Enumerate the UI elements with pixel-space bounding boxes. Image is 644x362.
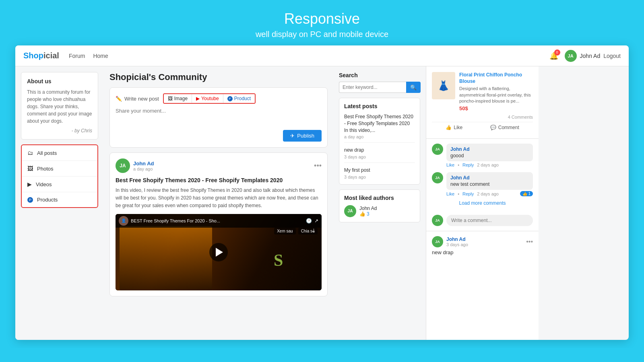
video-watch-later[interactable]: Xem sau: [274, 228, 295, 234]
latest-post-time-0: a day ago: [344, 134, 415, 139]
most-liked-title: Most liked authors: [344, 195, 415, 201]
video-title-text: BEST Free Shopify Themes For 2020 - Sho.…: [131, 218, 303, 223]
sidebar-item-label-photos: Photos: [37, 166, 53, 172]
most-liked-avatar: JA: [344, 205, 356, 217]
product-name[interactable]: Floral Print Chiffon Poncho Blouse: [459, 72, 533, 84]
comment-like-1[interactable]: Like: [446, 191, 454, 196]
comment-input-avatar: JA: [432, 215, 443, 226]
latest-post-title-0: Best Free Shopify Themes 2020 - Free Sho…: [344, 113, 415, 134]
photo-icon: 🖼: [27, 165, 33, 172]
comment-button[interactable]: 💬 Comment: [490, 125, 519, 130]
post-time: a day ago: [133, 167, 154, 171]
like-icon: 👍: [446, 125, 452, 130]
load-more-comments[interactable]: Load more comments: [432, 200, 533, 206]
nav-bar: Shopicial Forum Home 🔔 0 JA John Ad Logo…: [15, 45, 629, 66]
most-liked-name: John Ad: [359, 206, 377, 211]
product-desc: Designed with a flattering, asymmetrical…: [459, 86, 533, 104]
comment-item-1: JA John Ad new test comment Like • Reply…: [432, 172, 533, 196]
comment-text-0: goood: [450, 153, 529, 158]
page-header: Responsive well display on PC and mobile…: [0, 0, 644, 45]
write-new-post[interactable]: ✏️ Write new post: [116, 96, 159, 102]
video-share-btn[interactable]: Chia sẻ: [298, 228, 318, 234]
sidebar-item-photos[interactable]: 🖼 Photos: [22, 161, 97, 177]
most-liked-item: JA John Ad 👍 3: [344, 205, 415, 217]
comments-section: JA John Ad goood Like • Reply 2 days ago: [426, 139, 539, 215]
latest-post-item-0[interactable]: Best Free Shopify Themes 2020 - Free Sho…: [344, 113, 415, 143]
publish-button[interactable]: ✈ Publish: [283, 130, 322, 142]
right-column: Search 🔍 Latest posts Best Free Shopify …: [333, 66, 426, 340]
search-input[interactable]: [339, 82, 406, 93]
comment-avatar-0: JA: [432, 144, 443, 155]
nav-home[interactable]: Home: [93, 53, 108, 59]
comment-like-0[interactable]: Like: [446, 162, 454, 167]
post-header: JA John Ad a day ago •••: [116, 158, 322, 173]
about-us-text: This is a community forum for people who…: [27, 88, 92, 125]
nav-forum[interactable]: Forum: [69, 53, 85, 59]
logout-link[interactable]: Logout: [603, 53, 621, 59]
latest-post-time-1: 3 days ago: [344, 154, 415, 159]
comment-reply-1[interactable]: Reply: [462, 191, 474, 196]
search-section: Search 🔍: [339, 72, 420, 93]
tab-image-label: Image: [174, 96, 188, 101]
video-thumbnail[interactable]: 👤 BEST Free Shopify Themes For 2020 - Sh…: [116, 214, 322, 290]
sidebar-item-products[interactable]: P Products: [22, 192, 97, 207]
product-nav-icon: P: [27, 197, 33, 203]
brand-logo: Shopicial: [23, 51, 59, 60]
sidebar-item-all-posts[interactable]: 🗂 All posts: [22, 145, 97, 161]
comment-avatar-1: JA: [432, 172, 443, 183]
page-subtitle: well display on PC and mobile device: [8, 30, 636, 39]
comment-time-1: 2 days ago: [477, 191, 499, 196]
bell-icon[interactable]: 🔔 0: [549, 51, 558, 60]
latest-post-item-1[interactable]: new drap 3 days ago: [344, 147, 415, 163]
tab-image[interactable]: 🖼 Image: [164, 94, 192, 103]
post-card: JA John Ad a day ago ••• Best Free Shopi…: [109, 152, 328, 296]
sidebar-item-videos[interactable]: ▶ Videos: [22, 177, 97, 192]
product-section: 👗 Floral Print Chiffon Poncho Blouse Des…: [426, 66, 539, 139]
comment-time-0: 2 days ago: [477, 162, 499, 167]
image-tab-icon: 🖼: [168, 96, 173, 101]
video-icon: ▶: [27, 181, 32, 187]
username: John Ad: [580, 53, 601, 59]
mini-post-more[interactable]: •••: [526, 238, 533, 245]
mini-post-text: new drap: [432, 249, 533, 255]
product-price: 50$: [459, 105, 533, 111]
mini-post-avatar: JA: [432, 236, 443, 247]
far-right-column: 👗 Floral Print Chiffon Poncho Blouse Des…: [426, 66, 539, 340]
play-button[interactable]: [209, 243, 228, 261]
post-more-btn[interactable]: •••: [314, 162, 322, 170]
composer-tabs: 🖼 Image ▶ Youtube P Product: [163, 93, 256, 104]
comment-author-0[interactable]: John Ad: [450, 146, 529, 152]
tab-product-label: Product: [234, 96, 251, 101]
tab-product[interactable]: P Product: [223, 94, 255, 103]
comment-reply-0[interactable]: Reply: [462, 162, 474, 167]
product-tab-icon: P: [227, 96, 233, 101]
pencil-icon: ✏️: [116, 96, 122, 102]
sidebar-item-label-videos: Videos: [36, 181, 52, 187]
latest-post-title-2: My first post: [344, 167, 415, 174]
search-button[interactable]: 🔍: [406, 82, 421, 93]
post-author-name[interactable]: John Ad: [133, 160, 154, 167]
comment-item-0: JA John Ad goood Like • Reply 2 days ago: [432, 144, 533, 167]
nav-right: 🔔 0 JA John Ad Logout: [549, 50, 621, 62]
mini-post-author[interactable]: John Ad: [446, 237, 468, 242]
avatar: JA: [565, 50, 577, 62]
nav-links: Forum Home: [69, 53, 108, 59]
comment-input[interactable]: [446, 215, 533, 226]
page-title: Responsive: [8, 10, 636, 27]
product-image: 👗: [432, 72, 455, 99]
about-us-title: About us: [27, 78, 92, 84]
post-body: In this video, I review the best free Sh…: [116, 187, 322, 210]
comment-author-1[interactable]: John Ad: [450, 175, 529, 181]
sidebar-item-label-all: All posts: [37, 150, 57, 156]
composer-textarea[interactable]: [116, 108, 322, 125]
about-us-card: About us This is a community forum for p…: [21, 72, 98, 140]
latest-post-item-2[interactable]: My first post 3 days ago: [344, 167, 415, 179]
clock-icon: 🕐: [306, 218, 312, 224]
content-area: About us This is a community forum for p…: [15, 66, 629, 340]
publish-label: Publish: [297, 133, 314, 139]
mini-post: JA John Ad 3 days ago ••• new drap: [426, 231, 539, 260]
mini-post-time: 3 days ago: [446, 242, 468, 247]
tab-youtube[interactable]: ▶ Youtube: [192, 94, 223, 103]
like-button[interactable]: 👍 Like: [446, 125, 462, 130]
sidebar-nav: 🗂 All posts 🖼 Photos ▶ Videos P Products: [21, 144, 98, 208]
